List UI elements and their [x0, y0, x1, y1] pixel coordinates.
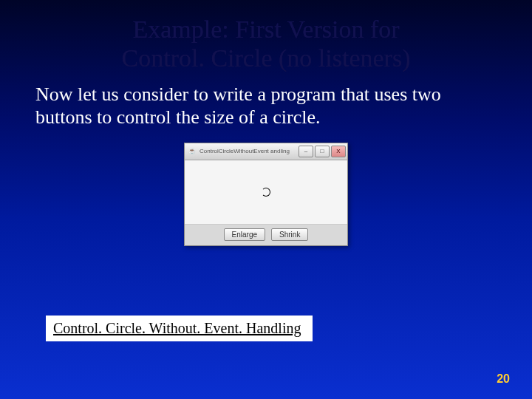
- title-line-1: Example: First Version for: [132, 16, 399, 43]
- source-link[interactable]: Control. Circle. Without. Event. Handlin…: [46, 316, 313, 341]
- canvas-area: [185, 160, 347, 225]
- button-bar: Enlarge Shrink: [185, 225, 347, 245]
- enlarge-button[interactable]: Enlarge: [224, 228, 265, 241]
- shrink-button[interactable]: Shrink: [271, 228, 308, 241]
- body-text: Now let us consider to write a program t…: [0, 72, 532, 129]
- circle-shape: [262, 188, 270, 197]
- app-window: ☕ ControlCircleWithoutEvent andling – □ …: [184, 143, 348, 246]
- window-caption: ControlCircleWithoutEvent andling: [200, 148, 299, 154]
- window-controls: – □ X: [299, 146, 346, 157]
- title-line-2: Control. Circle (no listeners): [122, 44, 411, 72]
- maximize-button[interactable]: □: [315, 146, 330, 157]
- titlebar: ☕ ControlCircleWithoutEvent andling – □ …: [185, 143, 347, 160]
- minimize-button[interactable]: –: [299, 146, 313, 157]
- java-icon: ☕: [188, 147, 197, 156]
- slide-title: Example: First Version for Control. Circ…: [0, 0, 532, 72]
- close-button[interactable]: X: [331, 146, 346, 157]
- slide: Example: First Version for Control. Circ…: [0, 0, 532, 399]
- page-number: 20: [497, 372, 510, 386]
